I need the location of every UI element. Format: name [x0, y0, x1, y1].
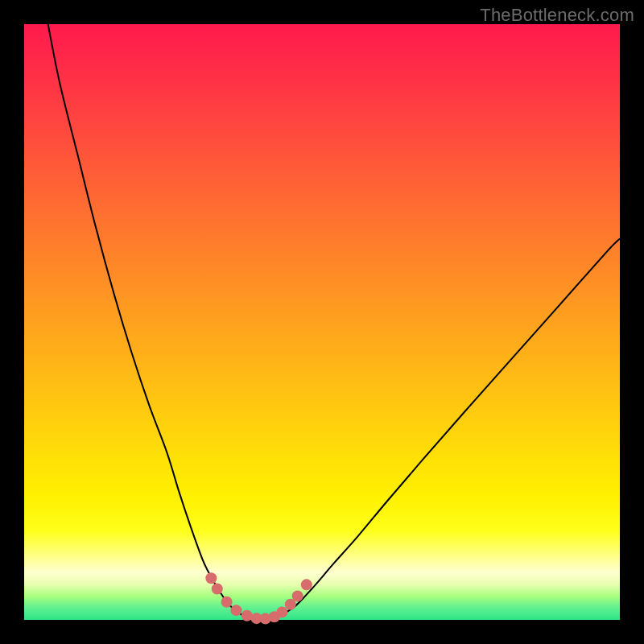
plot-area: [24, 24, 620, 620]
marker-dot: [242, 610, 253, 621]
marker-dot: [292, 590, 303, 601]
chart-frame: TheBottleneck.com: [0, 0, 644, 644]
marker-dot: [212, 584, 223, 595]
marker-dot: [230, 605, 242, 616]
marker-dot: [205, 572, 217, 584]
marker-dot: [221, 597, 233, 608]
left-curve: [48, 24, 251, 618]
marker-dot: [301, 579, 312, 590]
right-curve: [275, 238, 620, 617]
chart-svg: [24, 24, 620, 620]
marker-group: [205, 572, 312, 624]
marker-dot: [276, 606, 287, 617]
watermark-text: TheBottleneck.com: [480, 5, 634, 26]
